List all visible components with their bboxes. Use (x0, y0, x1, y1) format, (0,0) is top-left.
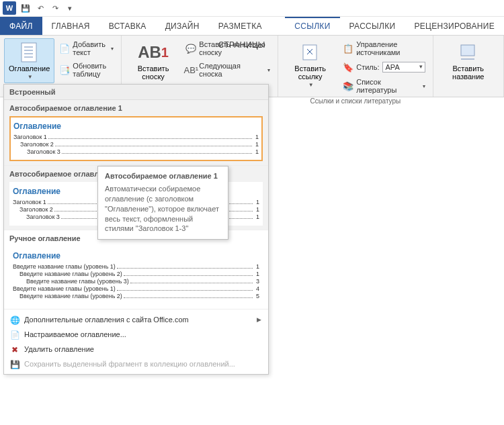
qat-redo[interactable]: ↷ (50, 3, 60, 13)
group-label-citation: Ссылки и списки литературы (282, 96, 428, 105)
biblio-icon: 📚 (343, 81, 353, 91)
insert-endnote-label: Вставить концевую сноску (199, 40, 270, 56)
tab-mailings[interactable]: РАССЫЛКИ (340, 17, 405, 35)
dd-auto1-section[interactable]: Автособираемое оглавление 1 Оглавление З… (4, 100, 268, 166)
insert-caption-button[interactable]: Вставить название (437, 38, 499, 84)
manage-sources-label: Управление источниками (356, 40, 425, 56)
group-citation: Вставить ссылку ▼ 📋 Управление источника… (278, 36, 433, 97)
manage-sources-icon: 📋 (343, 43, 353, 54)
toc-preview-auto1[interactable]: Оглавление Заголовок 11 Заголовок 21 Заг… (9, 116, 263, 161)
group-caption: Вставить название (433, 36, 504, 97)
toc-icon (19, 42, 40, 63)
footnote-icon: AB1 (142, 42, 164, 63)
insert-citation-button[interactable]: Вставить ссылку ▼ (282, 38, 338, 91)
dd-more-office[interactable]: 🌐 Дополнительные оглавления с сайта Offi… (4, 312, 268, 327)
dd-menu: 🌐 Дополнительные оглавления с сайта Offi… (4, 310, 268, 374)
caption-icon (458, 42, 479, 63)
insert-footnote-label: Вставить сноску (130, 64, 177, 81)
tab-home[interactable]: ГЛАВНАЯ (42, 17, 99, 35)
update-label: Обновить таблицу (73, 62, 113, 78)
tab-layout[interactable]: РАЗМЕТКА СТРАНИЦЫ (209, 17, 286, 35)
next-footnote-label: Следующая сноска (199, 62, 263, 78)
add-text-icon: 📄 (59, 43, 70, 54)
toc-label: Оглавление (9, 64, 50, 73)
chevron-down-icon: ▼ (308, 82, 314, 88)
custom-toc-icon: 📄 (9, 330, 20, 340)
biblio-label: Список литературы (356, 78, 418, 94)
style-icon: 🔖 (343, 62, 353, 73)
tooltip: Автособираемое оглавление 1 Автоматическ… (97, 166, 228, 240)
endnote-icon: 💬 (185, 43, 196, 54)
qat-save[interactable]: 💾 (20, 3, 31, 13)
tab-review[interactable]: РЕЦЕНЗИРОВАНИЕ (405, 17, 504, 35)
tab-file[interactable]: ФАЙЛ (0, 17, 42, 35)
insert-citation-label: Вставить ссылку (287, 64, 333, 81)
next-footnote-button[interactable]: AB¹ Следующая сноска▾ (182, 60, 274, 80)
toc-button[interactable]: Оглавление ▼ (4, 38, 54, 83)
style-lbl: Стиль: (356, 63, 379, 71)
add-text-label: Добавить текст (73, 40, 106, 56)
chevron-down-icon: ▼ (28, 74, 33, 80)
save-selection-icon: 💾 (9, 359, 20, 370)
qat-undo[interactable]: ↶ (35, 3, 46, 13)
dd-header-builtin: Встроенный (4, 85, 268, 100)
remove-toc-icon: ✖ (9, 344, 20, 355)
tab-references[interactable]: ССЫЛКИ (285, 17, 339, 35)
title-bar: W 💾 ↶ ↷ ▾ (0, 0, 504, 17)
next-footnote-icon: AB¹ (185, 64, 196, 75)
preview-title: Оглавление (13, 251, 259, 261)
tooltip-body: Автоматически собираемое оглавление (с з… (105, 184, 221, 234)
manage-sources-button[interactable]: 📋 Управление источниками (339, 38, 428, 58)
svg-rect-5 (303, 45, 317, 60)
insert-caption-label: Вставить название (442, 64, 495, 81)
tab-insert[interactable]: ВСТАВКА (99, 17, 156, 35)
bibliography-button[interactable]: 📚 Список литературы▾ (339, 76, 428, 96)
preview-title: Оглавление (13, 122, 259, 131)
svg-rect-0 (22, 43, 36, 62)
add-text-button[interactable]: 📄 Добавить текст▾ (56, 38, 116, 58)
dd-auto1-title: Автособираемое оглавление 1 (9, 104, 263, 112)
svg-rect-6 (461, 45, 474, 56)
dd-remove-toc[interactable]: ✖ Удалить оглавление (4, 342, 268, 357)
chevron-right-icon: ▶ (257, 316, 261, 323)
dd-save-selection: 💾 Сохранить выделенный фрагмент в коллек… (4, 357, 268, 371)
insert-endnote-button[interactable]: 💬 Вставить концевую сноску (182, 38, 274, 58)
dd-manual-section[interactable]: Ручное оглавление Оглавление Введите наз… (4, 230, 268, 310)
style-combo[interactable]: APA (382, 62, 425, 73)
ribbon-tabs: ФАЙЛ ГЛАВНАЯ ВСТАВКА ДИЗАЙН РАЗМЕТКА СТР… (0, 17, 504, 36)
office-icon: 🌐 (9, 315, 20, 326)
qat-customize[interactable]: ▾ (65, 3, 75, 13)
toc-preview-manual[interactable]: Оглавление Введите название главы (урове… (9, 246, 263, 305)
update-icon: 📑 (59, 64, 70, 75)
dd-custom-toc[interactable]: 📄 Настраиваемое оглавление... (4, 327, 268, 342)
tooltip-title: Автособираемое оглавление 1 (105, 172, 221, 180)
style-selector[interactable]: 🔖 Стиль: APA (339, 60, 428, 75)
citation-icon (300, 42, 321, 63)
tab-design[interactable]: ДИЗАЙН (156, 17, 209, 35)
insert-footnote-button[interactable]: AB1 Вставить сноску (126, 38, 181, 84)
word-app-icon: W (3, 1, 16, 15)
update-table-button[interactable]: 📑 Обновить таблицу (56, 60, 116, 80)
